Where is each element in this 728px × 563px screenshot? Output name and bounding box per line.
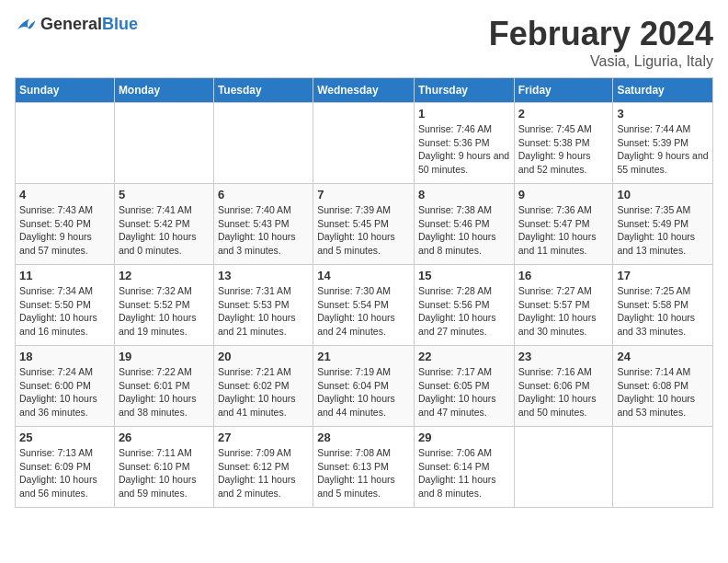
week-row-1: 1Sunrise: 7:46 AM Sunset: 5:36 PM Daylig… bbox=[16, 103, 713, 184]
calendar-cell bbox=[613, 427, 713, 508]
calendar-cell: 24Sunrise: 7:14 AM Sunset: 6:08 PM Dayli… bbox=[613, 346, 713, 427]
week-row-5: 25Sunrise: 7:13 AM Sunset: 6:09 PM Dayli… bbox=[16, 427, 713, 508]
day-number: 12 bbox=[119, 269, 210, 282]
day-number: 27 bbox=[218, 431, 309, 444]
day-info: Sunrise: 7:19 AM Sunset: 6:04 PM Dayligh… bbox=[317, 365, 410, 419]
title-block: February 2024 Vasia, Liguria, Italy bbox=[489, 15, 713, 70]
day-info: Sunrise: 7:41 AM Sunset: 5:42 PM Dayligh… bbox=[119, 203, 210, 258]
day-info: Sunrise: 7:16 AM Sunset: 6:06 PM Dayligh… bbox=[518, 365, 609, 419]
day-info: Sunrise: 7:30 AM Sunset: 5:54 PM Dayligh… bbox=[317, 284, 410, 339]
calendar-cell: 15Sunrise: 7:28 AM Sunset: 5:56 PM Dayli… bbox=[414, 265, 514, 346]
logo-blue: Blue bbox=[102, 15, 138, 33]
day-number: 19 bbox=[119, 350, 210, 363]
calendar-cell: 4Sunrise: 7:43 AM Sunset: 5:40 PM Daylig… bbox=[16, 184, 115, 265]
calendar-cell bbox=[213, 103, 313, 184]
calendar-cell: 9Sunrise: 7:36 AM Sunset: 5:47 PM Daylig… bbox=[514, 184, 613, 265]
day-info: Sunrise: 7:06 AM Sunset: 6:14 PM Dayligh… bbox=[418, 446, 510, 500]
day-number: 26 bbox=[119, 431, 210, 444]
column-header-saturday: Saturday bbox=[613, 78, 713, 103]
day-info: Sunrise: 7:39 AM Sunset: 5:45 PM Dayligh… bbox=[317, 203, 410, 258]
column-header-monday: Monday bbox=[114, 78, 213, 103]
calendar-cell: 3Sunrise: 7:44 AM Sunset: 5:39 PM Daylig… bbox=[613, 103, 713, 184]
calendar-cell: 16Sunrise: 7:27 AM Sunset: 5:57 PM Dayli… bbox=[514, 265, 613, 346]
calendar-cell: 1Sunrise: 7:46 AM Sunset: 5:36 PM Daylig… bbox=[414, 103, 514, 184]
day-number: 29 bbox=[418, 431, 510, 444]
calendar-cell bbox=[16, 103, 115, 184]
calendar-cell: 7Sunrise: 7:39 AM Sunset: 5:45 PM Daylig… bbox=[313, 184, 415, 265]
day-info: Sunrise: 7:43 AM Sunset: 5:40 PM Dayligh… bbox=[19, 203, 110, 258]
day-number: 1 bbox=[418, 107, 510, 121]
page-header: GeneralBlue February 2024 Vasia, Liguria… bbox=[15, 15, 713, 70]
calendar-cell: 2Sunrise: 7:45 AM Sunset: 5:38 PM Daylig… bbox=[514, 103, 613, 184]
calendar-cell bbox=[313, 103, 415, 184]
calendar-table: SundayMondayTuesdayWednesdayThursdayFrid… bbox=[15, 77, 713, 508]
column-header-thursday: Thursday bbox=[414, 78, 514, 103]
day-info: Sunrise: 7:22 AM Sunset: 6:01 PM Dayligh… bbox=[119, 365, 210, 419]
day-number: 18 bbox=[19, 350, 110, 363]
day-info: Sunrise: 7:28 AM Sunset: 5:56 PM Dayligh… bbox=[418, 284, 510, 339]
day-info: Sunrise: 7:17 AM Sunset: 6:05 PM Dayligh… bbox=[418, 365, 510, 419]
day-info: Sunrise: 7:40 AM Sunset: 5:43 PM Dayligh… bbox=[218, 203, 309, 258]
calendar-cell: 19Sunrise: 7:22 AM Sunset: 6:01 PM Dayli… bbox=[114, 346, 213, 427]
day-number: 13 bbox=[218, 269, 309, 282]
day-info: Sunrise: 7:38 AM Sunset: 5:46 PM Dayligh… bbox=[418, 203, 510, 258]
calendar-cell: 22Sunrise: 7:17 AM Sunset: 6:05 PM Dayli… bbox=[414, 346, 514, 427]
calendar-cell: 5Sunrise: 7:41 AM Sunset: 5:42 PM Daylig… bbox=[114, 184, 213, 265]
day-info: Sunrise: 7:11 AM Sunset: 6:10 PM Dayligh… bbox=[119, 446, 210, 500]
day-number: 5 bbox=[119, 188, 210, 201]
calendar-cell: 20Sunrise: 7:21 AM Sunset: 6:02 PM Dayli… bbox=[213, 346, 313, 427]
calendar-cell: 14Sunrise: 7:30 AM Sunset: 5:54 PM Dayli… bbox=[313, 265, 415, 346]
calendar-cell: 28Sunrise: 7:08 AM Sunset: 6:13 PM Dayli… bbox=[313, 427, 415, 508]
calendar-cell: 23Sunrise: 7:16 AM Sunset: 6:06 PM Dayli… bbox=[514, 346, 613, 427]
day-info: Sunrise: 7:25 AM Sunset: 5:58 PM Dayligh… bbox=[617, 284, 709, 339]
day-info: Sunrise: 7:21 AM Sunset: 6:02 PM Dayligh… bbox=[218, 365, 309, 419]
day-info: Sunrise: 7:27 AM Sunset: 5:57 PM Dayligh… bbox=[518, 284, 609, 339]
day-info: Sunrise: 7:34 AM Sunset: 5:50 PM Dayligh… bbox=[19, 284, 110, 339]
calendar-cell: 8Sunrise: 7:38 AM Sunset: 5:46 PM Daylig… bbox=[414, 184, 514, 265]
calendar-cell bbox=[514, 427, 613, 508]
calendar-cell: 13Sunrise: 7:31 AM Sunset: 5:53 PM Dayli… bbox=[213, 265, 313, 346]
calendar-cell: 10Sunrise: 7:35 AM Sunset: 5:49 PM Dayli… bbox=[613, 184, 713, 265]
calendar-cell: 12Sunrise: 7:32 AM Sunset: 5:52 PM Dayli… bbox=[114, 265, 213, 346]
day-number: 23 bbox=[518, 350, 609, 363]
calendar-cell: 17Sunrise: 7:25 AM Sunset: 5:58 PM Dayli… bbox=[613, 265, 713, 346]
day-info: Sunrise: 7:13 AM Sunset: 6:09 PM Dayligh… bbox=[19, 446, 110, 500]
column-header-sunday: Sunday bbox=[16, 78, 115, 103]
day-info: Sunrise: 7:24 AM Sunset: 6:00 PM Dayligh… bbox=[19, 365, 110, 419]
day-number: 10 bbox=[617, 188, 709, 201]
calendar-cell: 21Sunrise: 7:19 AM Sunset: 6:04 PM Dayli… bbox=[313, 346, 415, 427]
day-info: Sunrise: 7:08 AM Sunset: 6:13 PM Dayligh… bbox=[317, 446, 410, 500]
column-header-wednesday: Wednesday bbox=[313, 78, 415, 103]
day-number: 3 bbox=[617, 107, 709, 121]
column-header-tuesday: Tuesday bbox=[213, 78, 313, 103]
calendar-cell bbox=[114, 103, 213, 184]
calendar-cell: 26Sunrise: 7:11 AM Sunset: 6:10 PM Dayli… bbox=[114, 427, 213, 508]
day-number: 14 bbox=[317, 269, 410, 282]
day-info: Sunrise: 7:14 AM Sunset: 6:08 PM Dayligh… bbox=[617, 365, 709, 419]
calendar-subtitle: Vasia, Liguria, Italy bbox=[489, 53, 713, 70]
calendar-header: SundayMondayTuesdayWednesdayThursdayFrid… bbox=[16, 78, 713, 103]
day-info: Sunrise: 7:31 AM Sunset: 5:53 PM Dayligh… bbox=[218, 284, 309, 339]
day-number: 8 bbox=[418, 188, 510, 201]
day-info: Sunrise: 7:32 AM Sunset: 5:52 PM Dayligh… bbox=[119, 284, 210, 339]
day-number: 17 bbox=[617, 269, 709, 282]
day-number: 22 bbox=[418, 350, 510, 363]
logo: GeneralBlue bbox=[15, 15, 138, 34]
day-number: 24 bbox=[617, 350, 709, 363]
calendar-cell: 29Sunrise: 7:06 AM Sunset: 6:14 PM Dayli… bbox=[414, 427, 514, 508]
day-number: 28 bbox=[317, 431, 410, 444]
day-number: 6 bbox=[218, 188, 309, 201]
day-number: 16 bbox=[518, 269, 609, 282]
calendar-cell: 18Sunrise: 7:24 AM Sunset: 6:00 PM Dayli… bbox=[16, 346, 115, 427]
calendar-title: February 2024 bbox=[489, 15, 713, 53]
day-number: 15 bbox=[418, 269, 510, 282]
week-row-4: 18Sunrise: 7:24 AM Sunset: 6:00 PM Dayli… bbox=[16, 346, 713, 427]
day-number: 7 bbox=[317, 188, 410, 201]
day-info: Sunrise: 7:44 AM Sunset: 5:39 PM Dayligh… bbox=[617, 122, 709, 177]
day-number: 2 bbox=[518, 107, 609, 121]
day-info: Sunrise: 7:35 AM Sunset: 5:49 PM Dayligh… bbox=[617, 203, 709, 258]
day-number: 11 bbox=[19, 269, 110, 282]
day-number: 20 bbox=[218, 350, 309, 363]
week-row-3: 11Sunrise: 7:34 AM Sunset: 5:50 PM Dayli… bbox=[16, 265, 713, 346]
calendar-cell: 6Sunrise: 7:40 AM Sunset: 5:43 PM Daylig… bbox=[213, 184, 313, 265]
